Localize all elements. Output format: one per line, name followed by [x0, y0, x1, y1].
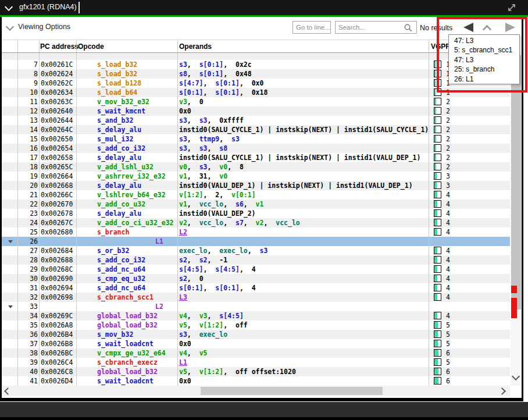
row-number: 23: [2, 209, 38, 218]
disasm-row[interactable]: 310x002694s_add_nc_u64s[0:1], s[0:1], 44: [2, 283, 510, 293]
row-number: 27: [2, 246, 38, 255]
row-number: 29: [2, 265, 38, 274]
collapse-triangle-icon[interactable]: [8, 305, 13, 308]
opcode: s_wait_loadcnt: [97, 376, 154, 386]
search-icon[interactable]: [404, 23, 413, 33]
collapse-triangle-icon[interactable]: [8, 240, 13, 243]
disasm-row[interactable]: 70x00261Cs_load_b32s3, s[0:1], 0x2c1: [2, 60, 510, 69]
vgpr-value: 4: [446, 246, 450, 255]
tab-chevron-down-icon[interactable]: [5, 3, 13, 11]
vgpr-pressure-bar: [434, 145, 436, 151]
disasm-row[interactable]: 370x0026B8s_wait_loadcnt0x05: [2, 339, 510, 348]
vgpr-pressure-bar: [434, 219, 437, 226]
horizontal-scrollbar[interactable]: [2, 386, 510, 396]
opcode: s_mul_i32: [97, 134, 133, 144]
row-number: 22: [2, 200, 38, 209]
opcode: s_wait_kmcnt: [97, 106, 145, 116]
row-number: 13: [2, 116, 38, 125]
label-row[interactable]: 33L2: [2, 302, 510, 311]
disasm-row[interactable]: 270x002684s_or_b32exec_lo, exec_lo, s34: [2, 246, 510, 255]
opcode: s_load_b32: [97, 60, 137, 69]
disasm-row[interactable]: 210x00266Cv_lshlrev_b64_e32v[1:2], 2, v[…: [2, 190, 510, 200]
pc-address: 0x00266C: [41, 190, 73, 200]
disasm-row[interactable]: 150x002650s_mul_i32s3, ttmp9, s32: [2, 134, 510, 144]
pc-address: 0x002678: [41, 209, 73, 218]
disasm-row[interactable]: 90x00262Cs_load_b128s[4:7], s[0:1], 0x01: [2, 79, 510, 88]
vgpr-pressure-bar: [434, 210, 437, 216]
pc-address: 0x00267C: [41, 218, 73, 227]
vertical-scrollbar[interactable]: [511, 53, 522, 386]
opcode: s_cmp_eq_u32: [97, 274, 145, 283]
disasm-row[interactable]: 160x002654s_add_co_i32s3, s3, s82: [2, 144, 510, 153]
disasm-row[interactable]: 140x00264Cs_delay_aluinstid0(SALU_CYCLE_…: [2, 125, 510, 134]
opcode: v_add_co_u32: [97, 200, 145, 209]
label-row[interactable]: 26L1: [2, 237, 510, 246]
row-number: 33: [2, 302, 38, 311]
disasm-row[interactable]: 230x002678s_delay_aluinstid0(VALU_DEP_2)…: [2, 209, 510, 218]
disasm-row[interactable]: 100x002634s_load_b64s[0:1], s[0:1], 0x18…: [2, 88, 510, 97]
operands: 0x0: [179, 376, 191, 386]
disasm-row[interactable]: 190x002664v_ashrrev_i32_e32v1, 31, v03: [2, 172, 510, 181]
disasm-row[interactable]: 250x002680s_branchL24: [2, 227, 510, 237]
row-number: 18: [2, 162, 38, 172]
disasm-row[interactable]: 120x002640s_wait_kmcnt0x02: [2, 106, 510, 116]
vgpr-value: 4: [446, 274, 450, 283]
vgpr-pressure-box: [434, 358, 441, 366]
expand-icon[interactable]: [506, 2, 517, 13]
pc-address: 0x002694: [41, 283, 73, 293]
disasm-row[interactable]: 400x0026C8global_load_b32v5, v[1:2], off…: [2, 367, 510, 376]
vertical-scrollbar-thumb[interactable]: [511, 55, 521, 309]
disasm-row[interactable]: 220x002670v_add_co_u32v1, vcc_lo, s6, v1…: [2, 200, 510, 209]
opcode: s_add_co_i32: [97, 255, 145, 265]
disasm-row-partial[interactable]: [2, 53, 510, 60]
operands: s[0:1], s[0:1], 0x18: [179, 88, 267, 97]
disasm-row[interactable]: 110x00263Cv_mov_b32_e32v3, 02: [2, 97, 510, 106]
disasm-row[interactable]: 290x00268Cs_add_nc_u64s[4:5], s[4:5], 44: [2, 265, 510, 274]
operands: exec_lo, exec_lo, s3: [179, 246, 267, 255]
opcode: s_cbranch_execz: [97, 358, 158, 367]
opcode: v_cmpx_ge_u32_e64: [97, 348, 166, 358]
vgpr-pressure-box: [434, 154, 441, 161]
disasm-row[interactable]: 410x0026D4s_wait_loadcnt0x06: [2, 376, 510, 386]
disasm-row[interactable]: 340x00269Cglobal_load_b32v4, v3, s[4:5]4: [2, 311, 510, 321]
pc-address: 0x0026BC: [41, 348, 73, 358]
disasm-row[interactable]: 350x0026A8global_load_b32v5, v[1:2], off…: [2, 321, 510, 330]
scroll-down-icon[interactable]: [512, 372, 520, 380]
row-number: 39: [2, 358, 38, 367]
vgpr-pressure-bar: [434, 201, 437, 207]
column-divider: [39, 40, 40, 52]
tab-title[interactable]: gfx1201 (RDNA4): [19, 3, 77, 11]
disasm-row[interactable]: 170x002658s_delay_aluinstid0(SALU_CYCLE_…: [2, 153, 510, 162]
operands: v4, v5: [179, 348, 208, 358]
goto-line-input[interactable]: [292, 21, 331, 34]
viewing-options-chevron-icon[interactable]: [6, 23, 14, 31]
disasm-row[interactable]: 390x0026C4s_cbranch_execzL15: [2, 358, 510, 367]
disasm-row[interactable]: 130x002644s_and_b32s3, s3, 0xffff2: [2, 116, 510, 125]
row-number: 16: [2, 144, 38, 153]
disasm-row[interactable]: 180x00265Cv_add_lshl_u32v0, s3, v0, 82: [2, 162, 510, 172]
disasm-row[interactable]: 240x00267Cv_add_co_ci_u32_e32v2, vcc_lo,…: [2, 218, 510, 227]
scroll-right-icon[interactable]: [498, 387, 506, 395]
disasm-row[interactable]: 380x0026BCv_cmpx_ge_u32_e64v4, v56: [2, 348, 510, 358]
disasm-row[interactable]: 320x002698s_cbranch_scc1L34: [2, 293, 510, 302]
operands: s3, exec_lo: [179, 330, 227, 339]
viewing-options-label[interactable]: Viewing Options: [18, 23, 70, 31]
disasm-row[interactable]: 280x002688s_add_co_i32s2, s2, -14: [2, 255, 510, 265]
horizontal-scrollbar-thumb[interactable]: [201, 387, 383, 395]
row-number: 35: [2, 321, 38, 330]
disasm-row[interactable]: 80x002624s_load_b32s8, s[0:1], 0x481: [2, 69, 510, 79]
vgpr-pressure-bar: [434, 98, 436, 105]
vgpr-pressure-bar: [434, 284, 437, 291]
vgpr-pressure-box: [434, 377, 441, 385]
scroll-left-icon[interactable]: [4, 387, 12, 395]
operands: 0x0: [179, 339, 191, 348]
operands: instid0(VALU_DEP_2): [179, 209, 256, 218]
vgpr-pressure-box: [434, 228, 441, 236]
operands: s2, 0: [179, 274, 204, 283]
opcode: s_delay_alu: [97, 181, 141, 190]
disasm-row[interactable]: 300x002690s_cmp_eq_u32s2, 04: [2, 274, 510, 283]
row-number: 15: [2, 134, 38, 144]
disasm-row[interactable]: 360x0026B4s_mov_b32s3, exec_lo5: [2, 330, 510, 339]
disasm-row[interactable]: 200x002668s_delay_aluinstid0(VALU_DEP_1)…: [2, 181, 510, 190]
vgpr-value: 5: [446, 339, 450, 348]
